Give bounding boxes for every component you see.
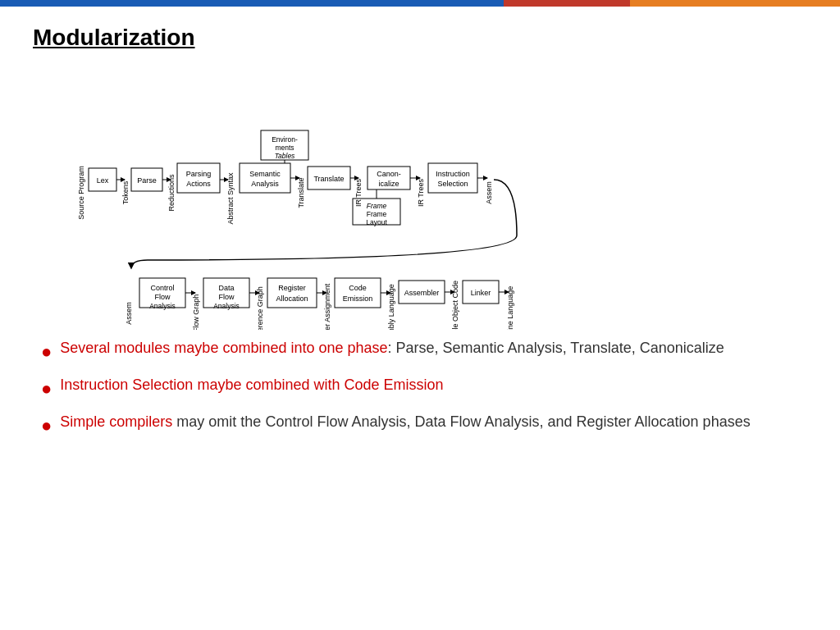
svg-text:Reductions: Reductions (167, 174, 176, 212)
svg-text:Analysis: Analysis (213, 302, 240, 310)
svg-text:Parsing: Parsing (186, 170, 212, 178)
bullet-highlight-1: Several modules maybe combined into one … (60, 340, 387, 356)
svg-text:IR Trees: IR Trees (354, 178, 363, 207)
box-semantic-analysis (240, 163, 290, 193)
bullet-item-3: ● Simple compilers may omit the Control … (41, 412, 807, 439)
box-parsing-actions (177, 163, 220, 193)
svg-text:Analysis: Analysis (149, 302, 176, 310)
svg-text:Tokens: Tokens (121, 180, 130, 204)
bullet-text-1: Several modules maybe combined into one … (60, 338, 724, 358)
svg-text:Assembly Language: Assembly Language (387, 284, 395, 330)
svg-text:Abstract Syntax: Abstract Syntax (226, 172, 235, 225)
bullet-highlight-3: Simple compilers (60, 413, 172, 430)
bullet-dot-3: ● (41, 413, 52, 439)
label-source-program: Source Program (77, 166, 85, 220)
svg-text:Linker: Linker (471, 289, 491, 297)
svg-text:Flow Graph: Flow Graph (192, 294, 200, 330)
svg-text:Frame: Frame (367, 210, 387, 218)
svg-text:Data: Data (218, 284, 234, 292)
bullet-text-3: Simple compilers may omit the Control Fl… (60, 412, 750, 432)
svg-text:Assem: Assem (125, 302, 133, 325)
svg-text:Actions: Actions (186, 180, 211, 188)
svg-text:Semantic: Semantic (249, 170, 281, 178)
bullet-dot-2: ● (41, 377, 52, 402)
svg-text:Assembler: Assembler (404, 289, 440, 297)
svg-text:Flow: Flow (154, 293, 171, 301)
bullet-text-2: Instruction Selection maybe combined wit… (60, 375, 443, 395)
svg-text:Code: Code (349, 284, 367, 292)
compiler-diagram: Source Program Lex Tokens Parse Reductio… (33, 67, 820, 330)
box-register-allocation (267, 278, 317, 308)
bullets-section: ● Several modules maybe combined into on… (33, 338, 807, 438)
svg-text:Analysis: Analysis (251, 180, 279, 188)
bullet-item-1: ● Several modules maybe combined into on… (41, 338, 807, 365)
svg-text:Emission: Emission (343, 294, 373, 303)
svg-text:Selection: Selection (437, 180, 468, 188)
svg-text:icalize: icalize (378, 180, 399, 188)
svg-text:Tables: Tables (275, 152, 295, 160)
svg-text:Parse: Parse (137, 176, 157, 185)
svg-text:Translate: Translate (297, 177, 305, 208)
svg-text:ments: ments (275, 144, 294, 152)
svg-text:Register Assignment: Register Assignment (323, 283, 331, 330)
svg-text:Assem: Assem (485, 181, 493, 204)
svg-text:Instruction: Instruction (436, 170, 470, 178)
svg-text:Translate: Translate (313, 175, 344, 183)
bullet-item-2: ● Instruction Selection maybe combined w… (41, 375, 807, 402)
svg-text:Layout: Layout (366, 218, 387, 226)
svg-text:Relocatable Object Code: Relocatable Object Code (451, 281, 459, 330)
svg-text:Frame: Frame (367, 202, 387, 210)
svg-text:Flow: Flow (218, 293, 235, 301)
bullet-highlight-2: Instruction Selection maybe combined wit… (60, 377, 443, 393)
svg-text:Register: Register (278, 284, 306, 292)
bullet-dot-1: ● (41, 340, 52, 365)
svg-text:IR Trees: IR Trees (417, 178, 425, 207)
svg-text:Canon-: Canon- (377, 170, 401, 178)
svg-text:Interference Graph: Interference Graph (256, 286, 264, 330)
svg-text:Control: Control (150, 284, 174, 292)
diagram-area: Source Program Lex Tokens Parse Reductio… (33, 67, 820, 330)
svg-text:Machine Language: Machine Language (506, 286, 514, 330)
svg-text:Allocation: Allocation (276, 294, 308, 303)
page-title: Modularization (33, 25, 807, 51)
svg-text:Environ-: Environ- (272, 135, 298, 144)
svg-text:Lex: Lex (97, 176, 109, 185)
box-code-emission (335, 278, 381, 308)
box-instruction-selection (428, 163, 477, 193)
